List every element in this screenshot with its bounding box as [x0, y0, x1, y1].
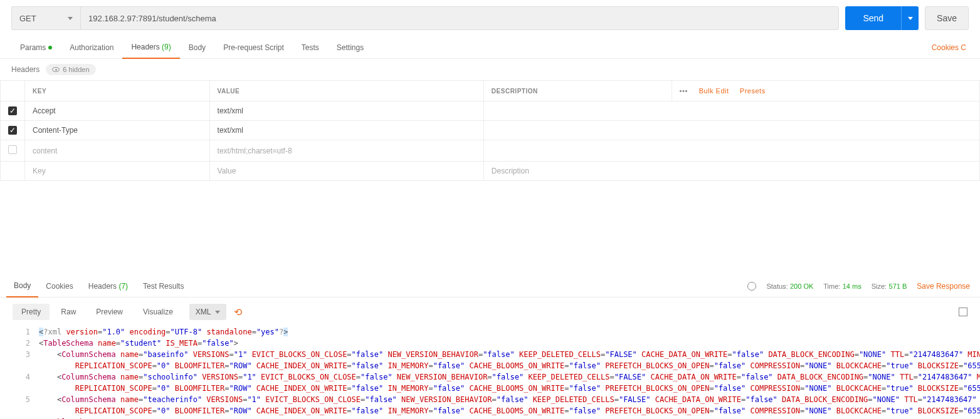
table-row-new[interactable]: KeyValueDescription — [1, 162, 980, 181]
tab-prerequest[interactable]: Pre-request Script — [214, 37, 293, 58]
row-checkbox[interactable]: ✓ — [8, 106, 17, 115]
params-indicator-dot — [48, 46, 52, 49]
chevron-down-icon — [215, 311, 220, 314]
row-checkbox[interactable]: ✓ — [8, 126, 17, 135]
chevron-down-icon — [908, 17, 913, 20]
url-input[interactable]: 192.168.2.97:7891/student/schema — [80, 6, 839, 30]
time: Time: 14 ms — [823, 282, 861, 291]
col-key: KEY — [25, 81, 210, 101]
table-row[interactable]: ✓Content-Typetext/xml — [1, 121, 980, 140]
url-value: 192.168.2.97:7891/student/schema — [88, 14, 216, 23]
col-description: DESCRIPTION — [483, 81, 672, 101]
send-dropdown-button[interactable] — [901, 6, 919, 30]
view-visualize[interactable]: Visualize — [134, 304, 182, 320]
resp-tab-headers[interactable]: Headers (7) — [81, 276, 135, 297]
table-row[interactable]: ✓Accepttext/xml — [1, 101, 980, 121]
send-button[interactable]: Send — [845, 6, 901, 30]
chevron-down-icon — [68, 17, 73, 20]
cookies-link[interactable]: Cookies C — [929, 37, 969, 58]
resp-tab-cookies[interactable]: Cookies — [38, 276, 80, 297]
tab-tests[interactable]: Tests — [293, 37, 328, 58]
header-key[interactable]: Content-Type — [25, 121, 210, 140]
save-response-link[interactable]: Save Response — [917, 282, 970, 291]
header-key[interactable]: content — [25, 140, 210, 162]
response-view-bar: Pretty Raw Preview Visualize XML ⟲ — [0, 297, 980, 326]
table-row[interactable]: contenttext/html;charset=utf-8 — [1, 140, 980, 162]
view-pretty[interactable]: Pretty — [13, 304, 50, 320]
http-method-value: GET — [19, 14, 36, 23]
request-tabs: Params Authorization Headers (9) Body Pr… — [0, 36, 980, 59]
row-checkbox[interactable] — [8, 145, 17, 154]
more-icon[interactable]: ••• — [680, 88, 688, 95]
tab-settings[interactable]: Settings — [328, 37, 372, 58]
view-preview[interactable]: Preview — [87, 304, 132, 320]
tab-headers[interactable]: Headers (9) — [122, 36, 179, 59]
resp-tab-body[interactable]: Body — [6, 275, 38, 297]
spacer — [0, 181, 980, 275]
headers-table: KEY VALUE DESCRIPTION ••• Bulk Edit Pres… — [0, 80, 980, 181]
headers-subheader: Headers 6 hidden — [0, 59, 980, 80]
globe-icon[interactable] — [747, 282, 756, 291]
bulk-edit-link[interactable]: Bulk Edit — [699, 87, 729, 95]
value-input[interactable]: Value — [209, 162, 483, 181]
col-tools: ••• Bulk Edit Presets — [672, 81, 979, 101]
header-desc[interactable] — [483, 140, 979, 162]
tab-body[interactable]: Body — [180, 37, 214, 58]
tab-authorization[interactable]: Authorization — [61, 37, 122, 58]
headers-title: Headers — [11, 65, 40, 74]
format-select[interactable]: XML — [189, 304, 226, 320]
copy-icon[interactable] — [959, 308, 967, 316]
col-value: VALUE — [209, 81, 483, 101]
wrap-lines-icon[interactable]: ⟲ — [234, 306, 242, 318]
resp-tab-test-results[interactable]: Test Results — [135, 276, 191, 297]
response-body-wrap: 1<?xml version="1.0" encoding="UTF-8" st… — [0, 326, 980, 419]
request-bar: GET 192.168.2.97:7891/student/schema Sen… — [0, 0, 980, 36]
tab-params[interactable]: Params — [11, 37, 61, 58]
status: Status: 200 OK — [766, 282, 813, 291]
col-checkbox — [1, 81, 25, 101]
hidden-headers-toggle[interactable]: 6 hidden — [46, 64, 95, 75]
header-key[interactable]: Accept — [25, 101, 210, 121]
view-raw[interactable]: Raw — [52, 304, 85, 320]
key-input[interactable]: Key — [25, 162, 210, 181]
http-method-select[interactable]: GET — [11, 6, 80, 30]
response-body[interactable]: 1<?xml version="1.0" encoding="UTF-8" st… — [0, 326, 980, 419]
eye-icon — [52, 67, 60, 72]
desc-input[interactable]: Description — [483, 162, 979, 181]
header-value[interactable]: text/xml — [209, 101, 483, 121]
response-meta: Status: 200 OK Time: 14 ms Size: 571 B S… — [747, 282, 974, 291]
header-value[interactable]: text/html;charset=utf-8 — [209, 140, 483, 162]
header-value[interactable]: text/xml — [209, 121, 483, 140]
save-button[interactable]: Save — [925, 6, 969, 30]
response-tabs: Body Cookies Headers (7) Test Results St… — [0, 275, 980, 297]
header-desc[interactable] — [483, 101, 979, 121]
size: Size: 571 B — [872, 282, 907, 291]
header-desc[interactable] — [483, 121, 979, 140]
presets-link[interactable]: Presets — [740, 87, 766, 95]
